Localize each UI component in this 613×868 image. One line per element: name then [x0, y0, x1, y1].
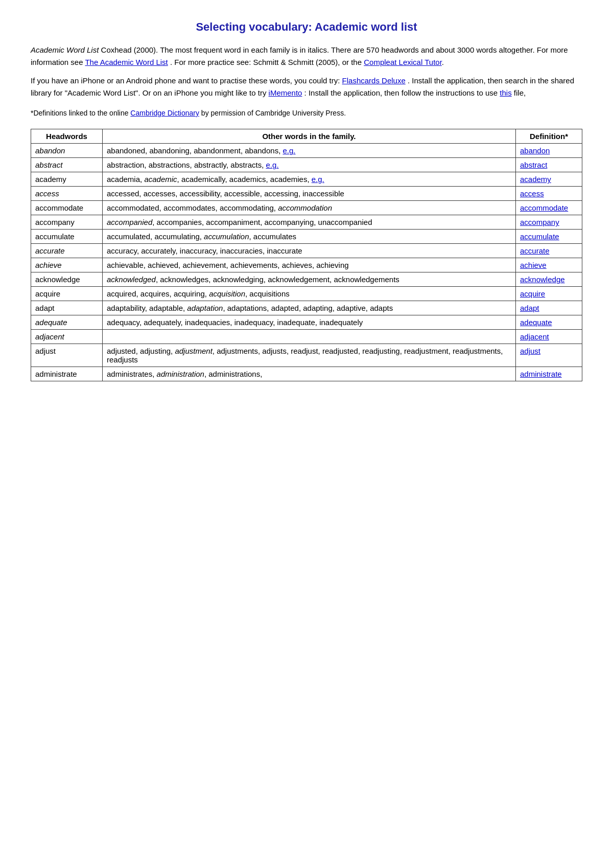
definition-link[interactable]: access	[520, 189, 544, 198]
vocabulary-table: Headwords Other words in the family. Def…	[31, 129, 582, 381]
definition-link[interactable]: academy	[520, 175, 551, 184]
definition-link[interactable]: adjust	[520, 347, 540, 355]
note-text-suffix: by permission of Cambridge University Pr…	[201, 109, 346, 117]
intro-paragraph-1: Academic Word List Coxhead (2000). The m…	[31, 44, 582, 68]
definition-cell[interactable]: adjust	[516, 344, 582, 367]
definition-link[interactable]: acquire	[520, 289, 545, 298]
academic-word-list-link[interactable]: The Academic Word List	[85, 58, 168, 66]
eg-link[interactable]: e.g.	[312, 175, 324, 184]
compleat-lexical-tutor-link[interactable]: Compleat Lexical Tutor	[364, 58, 442, 66]
family-cell: abandoned, abandoning, abandonment, aban…	[103, 144, 516, 158]
family-cell: accumulated, accumulating, accumulation,…	[103, 230, 516, 244]
this-file-link[interactable]: this	[500, 88, 511, 97]
family-cell	[103, 330, 516, 344]
col-family: Other words in the family.	[103, 129, 516, 144]
note-section: *Definitions linked to the online Cambri…	[31, 107, 582, 119]
headword-cell: adjust	[31, 344, 103, 367]
family-cell: adequacy, adequately, inadequacies, inad…	[103, 315, 516, 330]
definition-cell[interactable]: accommodate	[516, 201, 582, 215]
family-cell: acquired, acquires, acquiring, acquisiti…	[103, 287, 516, 301]
headword-cell: accumulate	[31, 230, 103, 244]
definition-link[interactable]: achieve	[520, 261, 547, 269]
definition-link[interactable]: administrate	[520, 370, 562, 378]
table-row: academyacademia, academic, academically,…	[31, 172, 582, 187]
family-cell: accommodated, accommodates, accommodatin…	[103, 201, 516, 215]
headword-cell: accurate	[31, 244, 103, 258]
table-row: acquireacquired, acquires, acquiring, ac…	[31, 287, 582, 301]
headword-cell: adapt	[31, 301, 103, 315]
table-row: accessaccessed, accesses, accessibility,…	[31, 187, 582, 201]
definition-link[interactable]: adjacent	[520, 332, 549, 341]
family-cell: adjusted, adjusting, adjustment, adjustm…	[103, 344, 516, 367]
headword-cell: administrate	[31, 367, 103, 381]
definition-link[interactable]: abandon	[520, 146, 550, 155]
definition-link[interactable]: accurate	[520, 246, 550, 255]
imemento-link[interactable]: iMemento	[269, 88, 302, 97]
family-cell: acknowledged, acknowledges, acknowledgin…	[103, 272, 516, 287]
col-headwords: Headwords	[31, 129, 103, 144]
note-text-prefix: *Definitions linked to the online	[31, 109, 130, 117]
definition-link[interactable]: abstract	[520, 161, 547, 169]
definition-cell[interactable]: abstract	[516, 158, 582, 172]
eg-link[interactable]: e.g.	[282, 146, 295, 155]
table-row: adjacentadjacent	[31, 330, 582, 344]
italic-title: Academic Word List	[31, 45, 99, 54]
table-row: achieveachievable, achieved, achievement…	[31, 258, 582, 272]
headword-cell: adequate	[31, 315, 103, 330]
table-row: accumulateaccumulated, accumulating, acc…	[31, 230, 582, 244]
headword-cell: accompany	[31, 215, 103, 230]
headword-cell: abstract	[31, 158, 103, 172]
family-cell: accuracy, accurately, inaccuracy, inaccu…	[103, 244, 516, 258]
intro-paragraph-2: If you have an iPhone or an Android phon…	[31, 75, 582, 99]
headword-cell: accommodate	[31, 201, 103, 215]
headword-cell: academy	[31, 172, 103, 187]
table-row: adjustadjusted, adjusting, adjustment, a…	[31, 344, 582, 367]
headword-cell: abandon	[31, 144, 103, 158]
definition-cell[interactable]: accurate	[516, 244, 582, 258]
headword-cell: acquire	[31, 287, 103, 301]
definition-cell[interactable]: academy	[516, 172, 582, 187]
intro-section: Academic Word List Coxhead (2000). The m…	[31, 44, 582, 99]
headword-cell: acknowledge	[31, 272, 103, 287]
table-row: accurateaccuracy, accurately, inaccuracy…	[31, 244, 582, 258]
definition-cell[interactable]: accompany	[516, 215, 582, 230]
table-row: acknowledgeacknowledged, acknowledges, a…	[31, 272, 582, 287]
definition-link[interactable]: accumulate	[520, 232, 559, 241]
table-row: accommodateaccommodated, accommodates, a…	[31, 201, 582, 215]
definition-cell[interactable]: adjacent	[516, 330, 582, 344]
definition-cell[interactable]: accumulate	[516, 230, 582, 244]
headword-cell: adjacent	[31, 330, 103, 344]
definition-link[interactable]: accompany	[520, 218, 559, 226]
family-cell: accompanied, accompanies, accompaniment,…	[103, 215, 516, 230]
family-cell: administrates, administration, administr…	[103, 367, 516, 381]
table-row: adequateadequacy, adequately, inadequaci…	[31, 315, 582, 330]
family-cell: accessed, accesses, accessibility, acces…	[103, 187, 516, 201]
eg-link[interactable]: e.g.	[266, 161, 279, 169]
table-header-row: Headwords Other words in the family. Def…	[31, 129, 582, 144]
definition-link[interactable]: accommodate	[520, 203, 568, 212]
definition-cell[interactable]: abandon	[516, 144, 582, 158]
table-row: adaptadaptability, adaptable, adaptation…	[31, 301, 582, 315]
intro-text-5: : Install the application, then follow t…	[304, 88, 500, 97]
definition-cell[interactable]: access	[516, 187, 582, 201]
table-row: accompanyaccompanied, accompanies, accom…	[31, 215, 582, 230]
col-definition: Definition*	[516, 129, 582, 144]
definition-link[interactable]: adequate	[520, 318, 552, 327]
headword-cell: access	[31, 187, 103, 201]
flashcards-deluxe-link[interactable]: Flashcards Deluxe	[342, 76, 406, 85]
family-cell: achievable, achieved, achievement, achie…	[103, 258, 516, 272]
definition-link[interactable]: acknowledge	[520, 275, 565, 284]
definition-cell[interactable]: adequate	[516, 315, 582, 330]
definition-cell[interactable]: achieve	[516, 258, 582, 272]
page-title: Selecting vocabulary: Academic word list	[31, 20, 582, 34]
definition-cell[interactable]: acquire	[516, 287, 582, 301]
definition-link[interactable]: adapt	[520, 304, 539, 312]
family-cell: adaptability, adaptable, adaptation, ada…	[103, 301, 516, 315]
definition-cell[interactable]: acknowledge	[516, 272, 582, 287]
headword-cell: achieve	[31, 258, 103, 272]
definition-cell[interactable]: adapt	[516, 301, 582, 315]
family-cell: academia, academic, academically, academ…	[103, 172, 516, 187]
cambridge-dictionary-link[interactable]: Cambridge Dictionary	[130, 109, 199, 117]
table-row: administrateadministrates, administratio…	[31, 367, 582, 381]
definition-cell[interactable]: administrate	[516, 367, 582, 381]
